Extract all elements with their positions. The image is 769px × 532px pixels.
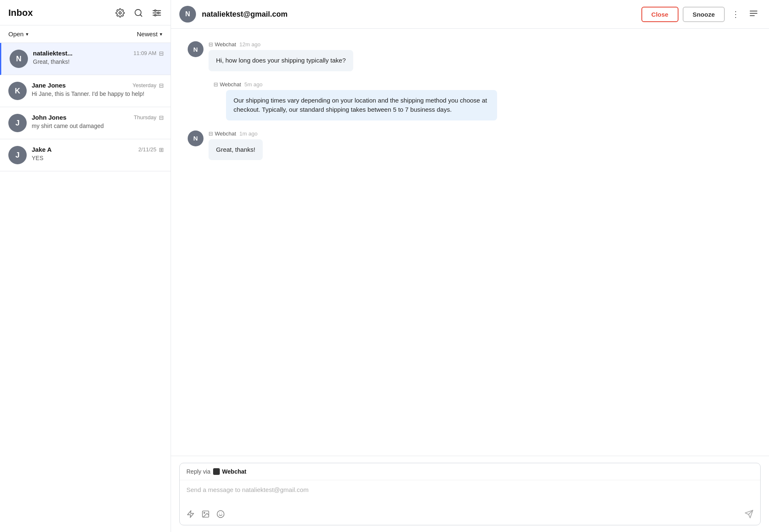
svg-point-17 [204, 512, 205, 514]
channel-name: Webchat [215, 41, 236, 48]
msg-body: ⊟ Webchat 12m ago Hi, how long does your… [209, 41, 353, 71]
conv-meta: Yesterday ⊟ [133, 82, 164, 89]
channel-badge: ⊟ Webchat [209, 41, 236, 48]
conv-name: nataliektest... [33, 50, 73, 57]
filter-button[interactable] [151, 8, 162, 18]
msg-header: ⊟ Webchat 12m ago [209, 41, 353, 48]
msg-body: ⊟ Webchat 1m ago Great, thanks! [209, 130, 263, 161]
message-group: N ⊟ Webchat 12m ago Hi, how long does yo… [188, 41, 752, 71]
conv-time: Yesterday [133, 82, 156, 88]
more-options-icon[interactable]: ⋮ [729, 8, 742, 21]
conv-preview: Hi Jane, this is Tanner. I'd be happy to… [32, 90, 164, 97]
conversation-list: N nataliektest... 11:09 AM ⊟ Great, than… [0, 43, 171, 532]
conv-content: nataliektest... 11:09 AM ⊟ Great, thanks… [33, 50, 164, 65]
list-item[interactable]: N nataliektest... 11:09 AM ⊟ Great, than… [0, 43, 171, 75]
snooze-button[interactable]: Snooze [683, 7, 725, 22]
channel-name: Webchat [220, 81, 241, 88]
svg-marker-15 [188, 511, 194, 518]
conv-channel-icon: ⊟ [159, 50, 164, 57]
header-actions: Close Snooze ⋮ [641, 7, 761, 22]
sort-filter[interactable]: Newest ▾ [137, 30, 162, 38]
channel-icon: ⊟ [209, 41, 213, 48]
emoji-icon[interactable] [216, 510, 225, 520]
conv-name: John Jones [32, 114, 66, 121]
list-item[interactable]: J Jake A 2/11/25 ⊞ YES [0, 139, 171, 171]
image-icon[interactable] [201, 510, 210, 520]
search-button[interactable] [133, 8, 144, 18]
msg-time: 12m ago [239, 41, 261, 48]
channel-badge: ⊟ Webchat [214, 81, 241, 88]
contact-email: nataliektest@gmail.com [202, 10, 636, 19]
reply-area: Reply via Webchat Send a message to nata… [171, 456, 769, 532]
svg-point-0 [119, 12, 121, 14]
close-button[interactable]: Close [641, 7, 679, 22]
sort-chevron-icon: ▾ [160, 31, 162, 37]
right-avatar: N [179, 6, 196, 23]
status-chevron-icon: ▾ [26, 31, 28, 37]
gear-button[interactable] [115, 8, 126, 18]
conv-channel-icon: ⊞ [159, 146, 164, 153]
conv-name: Jane Jones [32, 82, 66, 89]
conv-time: 2/11/25 [138, 146, 156, 153]
msg-bubble: Hi, how long does your shipping typicall… [209, 50, 353, 71]
list-item[interactable]: J John Jones Thursday ⊟ my shirt came ou… [0, 107, 171, 139]
right-panel: N nataliektest@gmail.com Close Snooze ⋮ … [171, 0, 769, 532]
message-group: ⊟ Webchat 5m ago Our shipping times vary… [188, 81, 752, 120]
conv-preview: my shirt came out damaged [32, 123, 164, 129]
avatar: J [8, 146, 27, 164]
conv-name: Jake A [32, 146, 52, 153]
inbox-title: Inbox [8, 8, 33, 18]
msg-bubble: Great, thanks! [209, 139, 263, 161]
svg-point-18 [217, 511, 224, 518]
conv-time: 11:09 AM [133, 50, 156, 56]
message-group: N ⊟ Webchat 1m ago Great, thanks! [188, 130, 752, 161]
svg-line-2 [140, 15, 142, 16]
msg-avatar: N [188, 130, 204, 146]
search-icon [134, 8, 143, 18]
conv-meta: 11:09 AM ⊟ [133, 50, 164, 57]
conv-meta: 2/11/25 ⊞ [138, 146, 164, 153]
reply-box: Reply via Webchat Send a message to nata… [179, 463, 761, 525]
reply-channel: Webchat [222, 468, 246, 475]
reply-via-label: Reply via [186, 468, 211, 475]
avatar: J [8, 114, 27, 132]
send-icon [744, 509, 754, 519]
msg-time: 5m ago [244, 81, 262, 88]
conv-channel-icon: ⊟ [159, 114, 164, 121]
channel-badge: ⊟ Webchat [209, 130, 236, 137]
conv-meta: Thursday ⊟ [134, 114, 164, 121]
conv-content: John Jones Thursday ⊟ my shirt came out … [32, 114, 164, 129]
panel-toggle-icon[interactable] [746, 7, 761, 22]
msg-body: ⊟ Webchat 5m ago Our shipping times vary… [214, 81, 497, 120]
gear-icon [116, 8, 125, 18]
reply-header: Reply via Webchat [180, 463, 760, 480]
list-item[interactable]: K Jane Jones Yesterday ⊟ Hi Jane, this i… [0, 75, 171, 107]
conv-channel-icon: ⊟ [159, 82, 164, 89]
conv-time: Thursday [134, 114, 156, 120]
conv-content: Jane Jones Yesterday ⊟ Hi Jane, this is … [32, 82, 164, 97]
reply-toolbar [180, 505, 760, 525]
status-filter[interactable]: Open ▾ [8, 30, 28, 38]
filter-icon [152, 8, 161, 18]
msg-header: ⊟ Webchat 5m ago [214, 81, 497, 88]
conv-content: Jake A 2/11/25 ⊞ YES [32, 146, 164, 161]
chat-area: N ⊟ Webchat 12m ago Hi, how long does yo… [171, 29, 769, 456]
filter-bar: Open ▾ Newest ▾ [0, 25, 171, 43]
conv-preview: Great, thanks! [33, 58, 164, 65]
avatar: K [8, 82, 27, 100]
lightning-icon[interactable] [186, 510, 195, 520]
left-header: Inbox [0, 0, 171, 25]
avatar: N [10, 50, 28, 68]
conv-preview: YES [32, 155, 164, 161]
left-panel: Inbox Open ▾ [0, 0, 171, 532]
send-button[interactable] [744, 509, 754, 521]
channel-icon: ⊟ [209, 130, 213, 137]
agent-msg-bubble: Our shipping times vary depending on you… [226, 90, 497, 120]
header-icon-group [115, 8, 162, 18]
msg-header: ⊟ Webchat 1m ago [209, 130, 263, 137]
channel-name: Webchat [215, 130, 236, 137]
msg-avatar: N [188, 41, 204, 57]
msg-time: 1m ago [239, 130, 257, 137]
reply-input-placeholder: Send a message to nataliektest@gmail.com [180, 480, 760, 505]
right-header: N nataliektest@gmail.com Close Snooze ⋮ [171, 0, 769, 29]
